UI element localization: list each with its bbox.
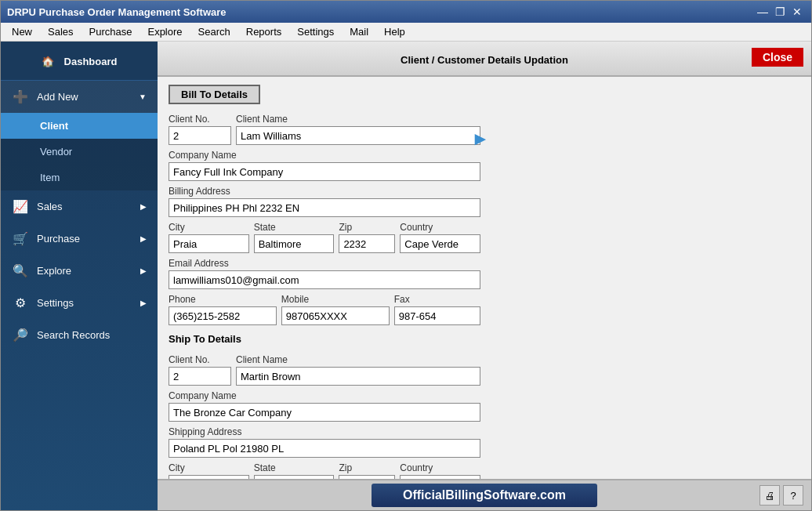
ship-to-section: Ship To Details Client No. Client Name [169,333,480,479]
settings-icon: ⚙ [12,295,29,310]
sidebar-search-records-label: Search Records [37,329,110,341]
bill-state-group: State [254,217,335,253]
bill-city-state-zip-country: City State Zip [169,217,480,253]
explore-icon: 🔍 [12,263,29,278]
ship-city-state-zip-country: City State Zip [169,458,480,479]
bill-city-group: City [169,217,249,253]
sidebar-item-purchase[interactable]: 🛒 Purchase ▶ [1,223,158,255]
bill-phone-label: Phone [169,294,277,305]
bill-city-label: City [169,222,249,233]
footer-brand: OfficialBillingSoftware.com [372,484,597,507]
ship-client-no-input[interactable] [169,367,231,386]
ship-zip-label: Zip [339,462,395,473]
footer: OfficialBillingSoftware.com 🖨 ? [158,479,811,510]
minimize-button[interactable]: — [755,4,770,20]
app-title: DRPU Purchase Order Management Software [7,6,227,18]
ship-company-name-label: Company Name [169,390,480,401]
sidebar-settings-label: Settings [37,297,74,309]
ship-client-name-input[interactable] [236,367,480,386]
bill-mobile-input[interactable] [281,306,390,325]
sidebar-explore-label: Explore [37,265,71,277]
sidebar-add-new-label: Add New [37,91,78,103]
sidebar-item-settings[interactable]: ⚙ Settings ▶ [1,287,158,319]
maximize-button[interactable]: ❐ [772,4,788,20]
ship-to-label: Ship To Details [169,333,480,345]
ship-company-name-input[interactable] [169,403,480,422]
bill-zip-input[interactable] [339,234,395,253]
purchase-arrow: ▶ [140,234,147,243]
menu-new[interactable]: New [4,24,40,39]
bill-fax-label: Fax [394,294,480,305]
sidebar-sales-label: Sales [37,201,63,212]
menu-settings[interactable]: Settings [289,24,342,39]
close-button[interactable]: Close [752,48,803,67]
main-window: DRPU Purchase Order Management Software … [0,0,812,511]
bill-country-label: Country [400,222,480,233]
bill-state-input[interactable] [254,234,335,253]
menu-search[interactable]: Search [190,24,238,39]
ship-address-label: Shipping Address [169,426,480,437]
dialog-title: Client / Customer Details Updation [401,54,568,66]
bill-company-name-input[interactable] [169,162,480,181]
bill-phone-row: Phone Mobile Fax [169,289,480,325]
bill-company-name-label: Company Name [169,150,480,161]
bill-to-section: Bill To Details Client No. Client Name [169,85,480,325]
help-button[interactable]: ? [783,485,803,506]
window-close-button[interactable]: ✕ [789,4,805,20]
sidebar-item-sales[interactable]: 📈 Sales ▶ [1,190,158,223]
title-bar: DRPU Purchase Order Management Software … [1,1,811,23]
menu-help[interactable]: Help [376,24,413,39]
sidebar: 🏠 Dashboard ➕ Add New ▼ Client Vendor It… [1,42,158,510]
sidebar-sub-vendor[interactable]: Vendor [1,139,158,165]
bill-state-label: State [254,222,335,233]
bill-country-input[interactable] [400,234,480,253]
bill-fax-input[interactable] [394,306,480,325]
menu-bar: New Sales Purchase Explore Search Report… [1,23,811,42]
sidebar-section-add-new: ➕ Add New ▼ Client Vendor Item [1,81,158,190]
bill-to-tab[interactable]: Bill To Details [169,85,260,104]
sidebar-item-add-new[interactable]: ➕ Add New ▼ [1,81,158,113]
sidebar-sub-item[interactable]: Item [1,165,158,190]
add-new-arrow: ▼ [139,92,147,101]
bill-address-label: Billing Address [169,186,480,197]
menu-purchase[interactable]: Purchase [82,24,140,39]
menu-sales[interactable]: Sales [40,24,82,39]
bill-phone-input[interactable] [169,306,277,325]
divider-col: ► [488,85,800,325]
content-area: Client / Customer Details Updation Close… [158,42,811,510]
bill-zip-group: Zip [339,217,395,253]
menu-reports[interactable]: Reports [238,24,290,39]
bill-city-input[interactable] [169,234,249,253]
help-icon: ? [790,490,796,502]
bill-client-name-label: Client Name [236,114,480,125]
bill-client-row: Client No. Client Name [169,109,480,145]
sidebar-item-explore[interactable]: 🔍 Explore ▶ [1,255,158,287]
sidebar-dashboard-label: Dashboard [64,56,118,67]
ship-city-label: City [169,462,249,473]
sales-icon: 📈 [12,199,29,214]
title-bar-left: DRPU Purchase Order Management Software [7,6,227,18]
ship-client-name-group: Client Name [236,350,480,386]
bill-client-no-group: Client No. [169,109,231,145]
bill-client-no-input[interactable] [169,126,231,145]
bill-ship-row: Bill To Details Client No. Client Name [169,85,800,479]
explore-arrow: ▶ [140,266,147,275]
sidebar-item-search-records[interactable]: 🔎 Search Records [1,319,158,351]
bill-mobile-label: Mobile [281,294,390,305]
sidebar-sub-client[interactable]: Client [1,113,158,139]
bill-client-name-input[interactable] [236,126,480,145]
ship-client-name-label: Client Name [236,354,480,365]
ship-city-group: City [169,458,249,479]
menu-explore[interactable]: Explore [140,24,190,39]
bill-email-input[interactable] [169,270,480,289]
menu-mail[interactable]: Mail [342,24,376,39]
bill-zip-label: Zip [339,222,395,233]
sidebar-header: 🏠 Dashboard [1,42,158,81]
bill-client-no-label: Client No. [169,114,231,125]
bill-address-input[interactable] [169,198,480,217]
purchase-icon: 🛒 [12,231,29,246]
print-button[interactable]: 🖨 [759,485,780,506]
arrow-divider: ► [471,128,490,150]
ship-address-input[interactable] [169,439,480,458]
ship-client-no-label: Client No. [169,354,231,365]
